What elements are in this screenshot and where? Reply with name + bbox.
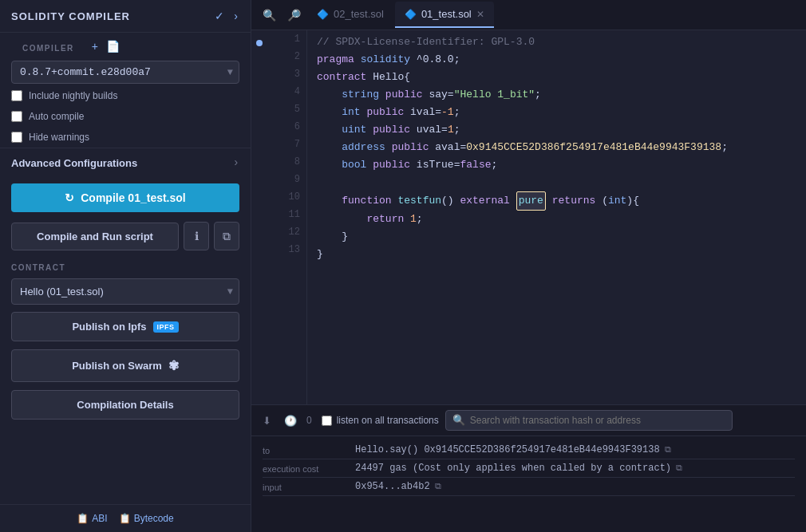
- tab-02-test[interactable]: 🔷 02_test.sol: [307, 2, 393, 28]
- chevron-right-icon: ›: [233, 156, 239, 169]
- line-num-7: 7: [294, 136, 300, 153]
- auto-compile-row: Auto compile: [0, 106, 251, 127]
- file-icon-02: 🔷: [317, 9, 329, 20]
- tx-input-copy[interactable]: ⧉: [435, 482, 441, 491]
- code-line-8: bool public isTrue=false;: [317, 156, 806, 174]
- bytecode-link[interactable]: 📋 Bytecode: [119, 513, 174, 524]
- compiler-version-select[interactable]: 0.8.7+commit.e28d00a7: [11, 61, 239, 84]
- compiler-label: COMPILER: [11, 36, 85, 56]
- compile-refresh-icon: ↻: [65, 191, 74, 204]
- file-icon-01: 🔷: [405, 9, 417, 20]
- tx-cost-copy[interactable]: ⧉: [676, 463, 682, 473]
- abi-icon: 📋: [77, 513, 89, 524]
- tx-row-input: input 0x954...ab4b2 ⧉: [263, 478, 795, 496]
- listen-checkbox[interactable]: [322, 416, 332, 426]
- publish-swarm-label: Publish on Swarm: [72, 360, 162, 372]
- code-line-2: pragma solidity ^0.8.0;: [317, 51, 806, 69]
- collapse-icon[interactable]: ⬇: [259, 413, 275, 428]
- abi-label: ABI: [92, 513, 107, 524]
- line-num-1: 1: [294, 30, 300, 48]
- code-line-5: int public ival=-1;: [317, 104, 806, 121]
- code-line-3: contract Hello{: [317, 69, 806, 86]
- file-icon[interactable]: 📄: [105, 38, 121, 54]
- tab-close-button[interactable]: ✕: [476, 9, 484, 20]
- line-num-3: 3: [294, 65, 300, 83]
- hide-warnings-checkbox[interactable]: [11, 132, 22, 143]
- editor-area: 🔍 🔎 🔷 02_test.sol 🔷 01_test.sol ✕ 1 2 3 …: [251, 0, 806, 532]
- line-num-5: 5: [294, 100, 300, 118]
- tx-cost-value: 24497 gas (Cost only applies when called…: [355, 463, 682, 474]
- abi-link[interactable]: 📋 ABI: [77, 513, 107, 524]
- tab-01-test[interactable]: 🔷 01_test.sol ✕: [395, 2, 494, 28]
- swarm-icon: ✾: [168, 358, 179, 373]
- compilation-details-button[interactable]: Compilation Details: [11, 390, 239, 420]
- line-num-10: 10: [289, 188, 300, 206]
- line-num-12: 12: [289, 223, 300, 241]
- contract-label: CONTRACT: [0, 254, 251, 275]
- compiler-version-row: 0.8.7+commit.e28d00a7 ▼: [0, 59, 251, 85]
- compile-run-row: Compile and Run script ℹ ⧉: [0, 219, 251, 254]
- line-num-13: 13: [289, 241, 300, 258]
- tab-01-label: 01_test.sol: [421, 8, 472, 20]
- code-content[interactable]: // SPDX-License-Identifier: GPL-3.0 prag…: [307, 30, 806, 404]
- tx-to-copy[interactable]: ⧉: [665, 445, 671, 455]
- ipfs-badge: IPFS: [153, 321, 179, 333]
- auto-compile-label: Auto compile: [29, 111, 84, 122]
- info-icon-btn[interactable]: ℹ: [184, 222, 209, 250]
- nightly-builds-row: Include nightly builds: [0, 85, 251, 106]
- search-bar: 🔍: [445, 410, 733, 431]
- code-line-10: function testfun() external pure returns…: [317, 191, 806, 211]
- tx-row-to: to Hello.say() 0x9145CCE52D386f254917e48…: [263, 441, 795, 459]
- search-icon: 🔍: [452, 414, 465, 427]
- bottom-links: 📋 ABI 📋 Bytecode: [0, 504, 251, 532]
- tx-to-value: Hello.say() 0x9145CCE52D386f254917e481eB…: [355, 444, 671, 455]
- arrow-right-icon[interactable]: ›: [232, 8, 239, 24]
- line-indicator: [251, 30, 267, 404]
- tx-input-text: 0x954...ab4b2: [355, 481, 430, 492]
- nightly-builds-checkbox[interactable]: [11, 90, 22, 101]
- compile-button-label: Compile 01_test.sol: [81, 191, 186, 204]
- line-num-8: 8: [294, 153, 300, 171]
- advanced-config-row[interactable]: Advanced Configurations ›: [0, 148, 251, 177]
- code-line-11: return 1;: [317, 211, 806, 228]
- zoom-in-icon[interactable]: 🔎: [282, 6, 306, 25]
- compile-run-button[interactable]: Compile and Run script: [11, 223, 179, 250]
- tx-input-value: 0x954...ab4b2 ⧉: [355, 481, 441, 492]
- hide-warnings-row: Hide warnings: [0, 127, 251, 148]
- check-icon[interactable]: ✓: [213, 8, 226, 24]
- listen-label: listen on all transactions: [337, 415, 439, 426]
- search-input[interactable]: [470, 415, 725, 426]
- tx-to-key: to: [263, 444, 342, 455]
- transaction-count: 0: [306, 415, 312, 426]
- line-num-11: 11: [289, 206, 300, 223]
- current-line-dot: [256, 40, 263, 46]
- nightly-builds-label: Include nightly builds: [29, 90, 117, 101]
- tx-row-cost: execution cost 24497 gas (Cost only appl…: [263, 459, 795, 478]
- hide-warnings-label: Hide warnings: [29, 132, 89, 143]
- sidebar: SOLIDITY COMPILER ✓ › COMPILER + 📄 0.8.7…: [0, 0, 251, 532]
- zoom-out-icon[interactable]: 🔍: [258, 6, 281, 25]
- code-line-7: address public aval=0x9145CCE52D386f2549…: [317, 139, 806, 156]
- line-num-6: 6: [294, 118, 300, 136]
- compilation-details-label: Compilation Details: [77, 399, 173, 411]
- publish-swarm-button[interactable]: Publish on Swarm ✾: [11, 349, 239, 382]
- auto-compile-checkbox[interactable]: [11, 111, 22, 122]
- code-line-6: uint public uval=1;: [317, 121, 806, 139]
- code-line-12: }: [317, 228, 806, 246]
- add-file-icon[interactable]: +: [90, 38, 100, 54]
- tx-cost-text: 24497 gas (Cost only applies when called…: [355, 463, 671, 474]
- line-num-4: 4: [294, 83, 300, 100]
- tab-02-label: 02_test.sol: [334, 8, 384, 20]
- compile-button[interactable]: ↻ Compile 01_test.sol: [11, 183, 239, 212]
- publish-ipfs-button[interactable]: Publish on Ipfs IPFS: [11, 312, 239, 341]
- copy-icon-btn[interactable]: ⧉: [214, 222, 239, 250]
- main-layout: SOLIDITY COMPILER ✓ › COMPILER + 📄 0.8.7…: [0, 0, 806, 532]
- bottom-panel: ⬇ 🕐 0 listen on all transactions 🔍 to He…: [251, 404, 806, 532]
- clock-icon[interactable]: 🕐: [281, 413, 300, 428]
- bottom-toolbar: ⬇ 🕐 0 listen on all transactions 🔍: [251, 405, 806, 436]
- bytecode-icon: 📋: [119, 513, 131, 524]
- pure-highlight: pure: [516, 191, 546, 211]
- contract-select[interactable]: Hello (01_test.sol): [11, 278, 239, 305]
- line-num-9: 9: [294, 171, 300, 188]
- listen-checkbox-row: listen on all transactions: [322, 415, 439, 426]
